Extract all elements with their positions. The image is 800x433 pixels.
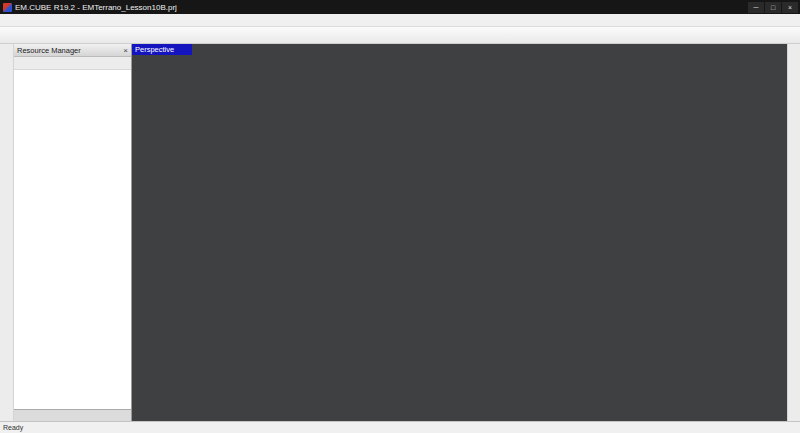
- status-ready: Ready: [3, 424, 797, 431]
- main-toolbar: [0, 27, 800, 44]
- menubar: [0, 14, 800, 27]
- panel-close-icon[interactable]: ×: [123, 46, 128, 55]
- main-area: Resource Manager × Perspective: [0, 44, 800, 421]
- resource-manager-panel: Resource Manager ×: [14, 44, 132, 421]
- close-icon[interactable]: ×: [782, 2, 798, 13]
- app-logo-icon: [3, 3, 12, 12]
- panel-tabs: [14, 409, 131, 421]
- minimize-icon[interactable]: ─: [748, 2, 764, 13]
- scene-canvas: [132, 44, 787, 421]
- panel-header: Resource Manager ×: [14, 44, 131, 57]
- viewport-view-label: Perspective: [132, 44, 192, 55]
- app-window: EM.CUBE R19.2 - EMTerrano_Lesson10B.prj …: [0, 0, 800, 433]
- titlebar: EM.CUBE R19.2 - EMTerrano_Lesson10B.prj …: [0, 0, 800, 14]
- window-title: EM.CUBE R19.2 - EMTerrano_Lesson10B.prj: [15, 3, 748, 12]
- statusbar: Ready: [0, 421, 800, 433]
- panel-toolbar: [14, 57, 131, 70]
- panel-title: Resource Manager: [17, 46, 81, 55]
- resource-tree: [14, 70, 131, 409]
- right-toolbar: [787, 44, 800, 421]
- left-toolbar: [0, 44, 14, 421]
- maximize-icon[interactable]: □: [765, 2, 781, 13]
- viewport-3d[interactable]: Perspective: [132, 44, 787, 421]
